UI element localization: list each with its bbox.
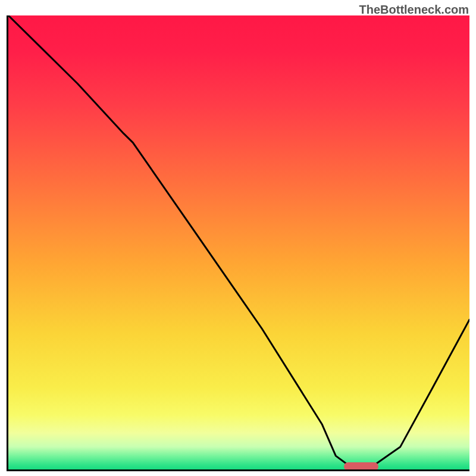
curve-svg [8,15,469,469]
curve-path [8,15,469,469]
optimal-marker [344,462,378,471]
chart-area [7,15,469,471]
watermark-text: TheBottleneck.com [359,3,469,17]
